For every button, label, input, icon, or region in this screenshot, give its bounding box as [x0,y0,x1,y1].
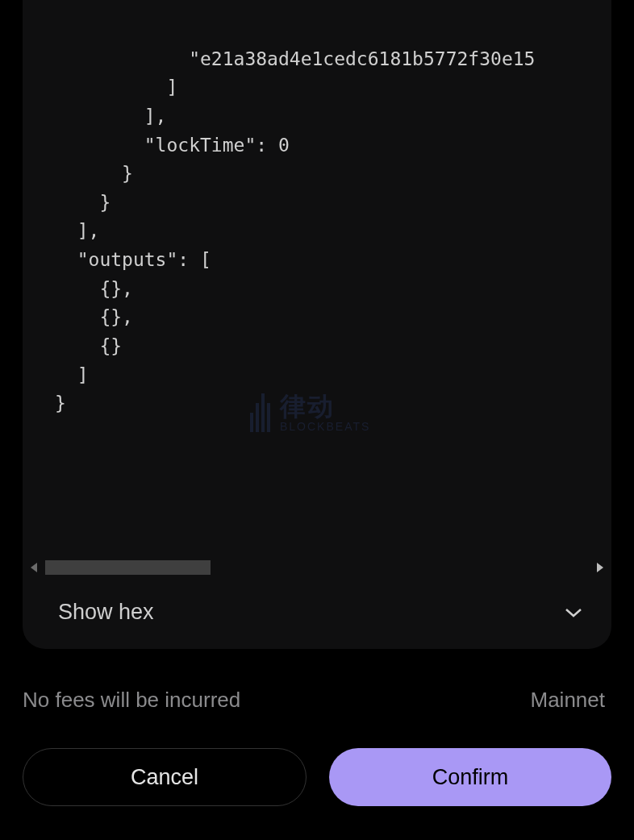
code-line: ], [55,220,99,241]
cancel-button[interactable]: Cancel [23,748,307,806]
code-line: {} [55,335,122,356]
info-row: No fees will be incurred Mainnet [23,649,611,713]
code-line: ] [55,77,177,98]
code-line: ], [55,106,166,127]
scroll-thumb[interactable] [45,560,211,575]
show-hex-label: Show hex [58,600,154,625]
code-line: } [55,393,66,414]
scroll-left-icon[interactable] [31,563,37,572]
fees-text: No fees will be incurred [23,688,240,713]
scroll-right-icon[interactable] [597,563,603,572]
button-row: Cancel Confirm [23,713,611,840]
code-line: {}, [55,306,133,327]
horizontal-scrollbar[interactable] [23,556,611,579]
transaction-json-code: "e21a38ad4e1cedc6181b5772f30e15 ] ], "lo… [23,0,611,556]
show-hex-toggle[interactable]: Show hex [23,579,611,649]
network-label: Mainnet [531,688,606,713]
code-panel: "e21a38ad4e1cedc6181b5772f30e15 ] ], "lo… [23,0,611,649]
code-line: "e21a38ad4e1cedc6181b5772f30e15 [55,48,535,69]
confirm-button[interactable]: Confirm [329,748,611,806]
code-line: "outputs": [ [55,249,211,270]
dialog-container: "e21a38ad4e1cedc6181b5772f30e15 ] ], "lo… [0,0,634,840]
code-line: } [55,163,133,184]
scroll-track[interactable] [45,560,589,575]
code-line: "lockTime": 0 [55,135,290,156]
code-line: {}, [55,278,133,299]
code-line: } [55,192,111,213]
chevron-down-icon [565,604,582,622]
code-line: ] [55,364,89,385]
